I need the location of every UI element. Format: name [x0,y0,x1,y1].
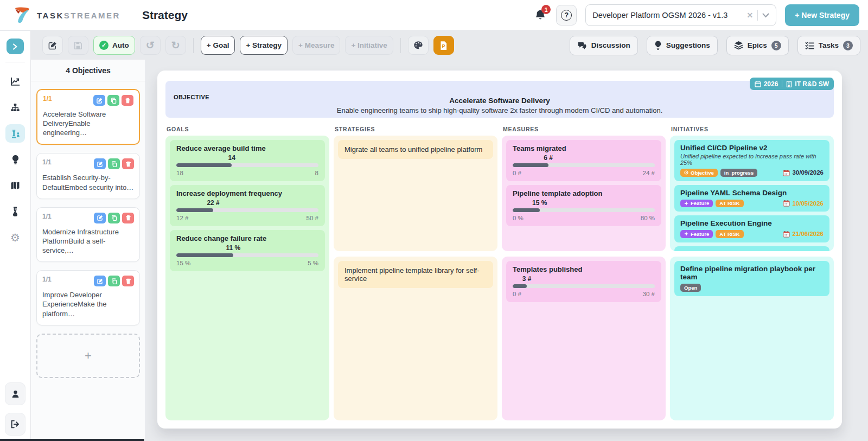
line-chart-icon [10,77,20,86]
goal-card[interactable]: Increase deployment frequency 22 # 12 #5… [170,185,325,226]
feature-type-badge: Feature [680,230,713,238]
measure-title: Teams migrated [513,144,655,152]
sidebar-item-hierarchy[interactable] [5,98,25,117]
measure-card[interactable]: Teams migrated 6 # 0 #24 # [506,140,661,181]
theme-palette-button[interactable] [408,36,429,55]
horizontal-scrollbar[interactable] [0,439,144,441]
edit-objective-button[interactable] [94,158,106,169]
sidebar-item-strategy[interactable] [5,124,25,143]
initiative-card[interactable]: Define pipeline migration playbook per t… [674,261,829,296]
objective-banner[interactable]: OBJECTIVE Accelerate Software Delivery E… [165,81,834,118]
edit-mode-button[interactable] [42,36,63,55]
initiative-card[interactable]: Pipeline Execution Engine Feature AT RIS… [674,215,829,242]
building-icon [786,81,792,87]
duplicate-objective-button[interactable] [107,95,119,106]
delete-objective-button[interactable] [122,158,134,169]
measure-card[interactable]: Pipeline template adoption 15 % 0 %80 % [506,185,661,226]
initiative-card[interactable]: Pipeline YAML Schema Design Feature AT R… [674,185,829,212]
measures-column: Teams migrated 6 # 0 #24 # Pipeline temp… [502,136,666,420]
objective-card[interactable]: 1/1 Modernize Infrastructure PlatformBui… [36,207,140,262]
delete-objective-button[interactable] [122,276,134,286]
goal-title: Increase deployment frequency [176,189,318,197]
duplicate-objective-button[interactable] [108,158,120,169]
goal-card[interactable]: Reduce average build time 14 188 [170,140,325,181]
new-strategy-button[interactable]: + New Strategy [785,4,859,26]
export-ppt-button[interactable]: P [433,36,454,55]
edit-objective-button[interactable] [94,213,106,223]
objective-card-text: Accelerate Software DeliveryEnable engin… [43,110,133,137]
objective-card-text: Improve Developer ExperienceMake the pla… [42,290,134,318]
objective-card[interactable]: 1/1 Accelerate Software DeliveryEnable e… [36,89,140,145]
goal-current-value: 14 [228,154,235,162]
objective-type-badge: Objective [680,169,718,177]
add-objective-card[interactable]: + [36,334,140,378]
goal-card[interactable]: Reduce change failure rate 11 % 15 %5 % [170,230,325,271]
undo-button[interactable]: ↺ [140,36,161,55]
strategy-select[interactable]: Developer Platform OGSM 2026 - v1.3 ✕ [585,4,776,26]
initiative-card[interactable]: Pipeline Dashboard UI Feature open 27/09… [674,246,829,252]
clear-selection-icon[interactable]: ✕ [747,11,754,20]
delete-objective-button[interactable] [122,95,133,106]
trash-icon [125,278,131,284]
redo-button[interactable]: ↻ [165,36,186,55]
sidebar-item-analytics[interactable] [5,72,25,91]
sidebar-item-settings[interactable]: ⚙ [5,228,25,247]
duplicate-objective-button[interactable] [108,276,120,286]
save-button[interactable] [68,36,88,55]
chevron-down-icon[interactable] [762,13,769,18]
suggestions-button[interactable]: Suggestions [647,36,718,55]
sidebar-expand-button[interactable] [7,39,24,54]
objective-progress: 1/1 [42,158,52,166]
objective-title: Accelerate Software Delivery [165,97,834,105]
chevron-right-icon [12,43,18,50]
edit-objective-button[interactable] [93,95,105,106]
top-header: TASKSTREAMER Strategy 1 ? Developer Plat… [0,0,868,31]
objectives-panel: 4 Objectives 1/1 Accelerate Software Del… [31,60,146,441]
sidebar-item-ideas[interactable] [5,150,25,169]
measure-current-value: 6 # [544,154,553,162]
help-button[interactable]: ? [556,5,577,25]
epics-button[interactable]: Epics 5 [726,36,789,55]
edit-objective-button[interactable] [94,276,106,286]
pencil-square-icon [97,98,103,104]
profile-button[interactable] [5,382,25,405]
sidebar-item-experiments[interactable] [5,202,25,221]
auto-label: Auto [112,41,129,49]
notifications-bell[interactable]: 1 [533,8,547,22]
objective-meta-badge: 2026 IT R&D SW [750,78,834,90]
discussion-button[interactable]: Discussion [570,36,638,55]
add-initiative-button[interactable]: + Initiative [345,36,393,55]
sidebar-item-map[interactable] [5,176,25,195]
tasks-button[interactable]: Tasks 3 [797,36,860,55]
add-measure-button[interactable]: + Measure [292,36,340,55]
status-badge: Open [680,284,701,292]
auto-save-toggle[interactable]: ✓ Auto [93,36,135,55]
chat-bubbles-icon [577,41,587,50]
add-strategy-button[interactable]: + Strategy [240,36,288,55]
objective-progress: 1/1 [43,95,52,103]
measure-current-value: 3 # [522,275,532,283]
pencil-square-icon [97,215,103,221]
duplicate-objective-button[interactable] [108,213,120,223]
add-goal-button[interactable]: + Goal [201,36,235,55]
tasks-label: Tasks [819,41,839,49]
objective-progress: 1/1 [42,213,52,220]
delete-objective-button[interactable] [122,213,134,223]
initiative-card[interactable]: Unified CI/CD Pipeline v2 Unified pipeli… [674,140,829,181]
notification-count-badge: 1 [541,5,551,14]
goal-min-label: 12 # [176,215,188,221]
lightbulb-icon [654,41,662,50]
objective-card[interactable]: 1/1 Establish Security-by-DefaultEmbed s… [36,153,140,199]
measure-card[interactable]: Templates published 3 # 0 #30 # [506,261,661,302]
strategy-card[interactable]: Migrate all teams to unified pipeline pl… [338,140,493,159]
objective-card[interactable]: 1/1 Improve Developer ExperienceMake the… [36,270,140,325]
due-date: 10/05/2026 [783,200,824,207]
app-logo[interactable]: TASKSTREAMER [13,7,120,24]
strategy-card[interactable]: Implement pipeline template library for … [338,261,493,288]
measure-min-label: 0 # [513,291,521,297]
toolbar-divider [400,38,401,53]
logout-button[interactable] [5,413,25,436]
measure-min-label: 0 % [513,215,524,221]
column-header-goals: GOALS [165,126,329,132]
initiatives-column: Unified CI/CD Pipeline v2 Unified pipeli… [670,136,834,420]
